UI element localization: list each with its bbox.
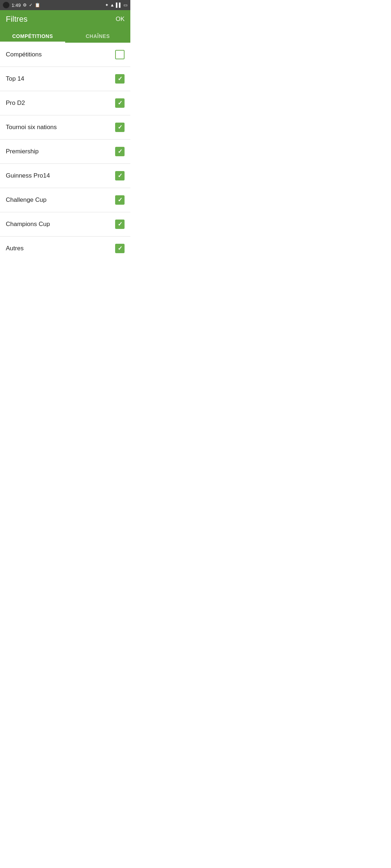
item-label-competitions-all: Compétitions [6, 51, 42, 58]
item-label-champions-cup: Champions Cup [6, 221, 50, 228]
checkmark-icon-premiership: ✓ [118, 149, 122, 154]
list-item-six-nations[interactable]: Tournoi six nations✓ [0, 115, 130, 140]
checkmark-icon-six-nations: ✓ [118, 124, 122, 130]
item-label-autres: Autres [6, 245, 24, 252]
checkbox-six-nations[interactable]: ✓ [115, 123, 125, 132]
checkbox-premiership[interactable]: ✓ [115, 147, 125, 156]
item-label-premiership: Premiership [6, 148, 39, 155]
page-title: Filtres [6, 14, 28, 24]
list-item-prod2[interactable]: Pro D2✓ [0, 91, 130, 115]
tab-chaines[interactable]: CHAÎNES [65, 28, 130, 43]
checkbox-champions-cup[interactable]: ✓ [115, 220, 125, 229]
status-wifi-icon: ▲ [110, 3, 114, 8]
status-left: 1:49 ⚙ ✓ 📋 [3, 2, 40, 8]
list-item-champions-cup[interactable]: Champions Cup✓ [0, 212, 130, 237]
status-signal-icon: ▌▌ [116, 3, 122, 8]
status-battery-icon: ▭ [123, 3, 127, 8]
tab-competitions[interactable]: COMPÉTITIONS [0, 28, 65, 43]
list-item-guinness-pro14[interactable]: Guinness Pro14✓ [0, 164, 130, 188]
checkbox-competitions-all[interactable] [115, 50, 125, 59]
checkbox-prod2[interactable]: ✓ [115, 98, 125, 108]
status-clipboard-icon: 📋 [35, 3, 40, 8]
item-label-prod2: Pro D2 [6, 99, 25, 107]
checkmark-icon-guinness-pro14: ✓ [118, 173, 122, 179]
status-time: 1:49 [12, 3, 21, 8]
checkbox-top14[interactable]: ✓ [115, 74, 125, 84]
status-location-icon: ✦ [105, 3, 109, 8]
checkmark-icon-challenge-cup: ✓ [118, 197, 122, 203]
checkmark-icon-autres: ✓ [118, 246, 122, 251]
list-item-autres[interactable]: Autres✓ [0, 237, 130, 260]
status-circle-icon [3, 2, 9, 8]
status-bar: 1:49 ⚙ ✓ 📋 ✦ ▲ ▌▌ ▭ [0, 0, 130, 10]
checkmark-icon-prod2: ✓ [118, 100, 122, 106]
item-label-guinness-pro14: Guinness Pro14 [6, 172, 50, 179]
filter-list: CompétitionsTop 14✓Pro D2✓Tournoi six na… [0, 43, 130, 260]
status-right: ✦ ▲ ▌▌ ▭ [105, 3, 127, 8]
checkbox-challenge-cup[interactable]: ✓ [115, 195, 125, 205]
checkmark-icon-champions-cup: ✓ [118, 221, 122, 227]
status-check-icon: ✓ [29, 3, 33, 8]
list-item-competitions-all[interactable]: Compétitions [0, 43, 130, 67]
tabs-bar: COMPÉTITIONS CHAÎNES [0, 28, 130, 43]
item-label-challenge-cup: Challenge Cup [6, 196, 46, 204]
ok-button[interactable]: OK [115, 16, 125, 23]
list-item-challenge-cup[interactable]: Challenge Cup✓ [0, 188, 130, 212]
checkbox-autres[interactable]: ✓ [115, 244, 125, 253]
checkmark-icon-top14: ✓ [118, 76, 122, 82]
item-label-top14: Top 14 [6, 75, 24, 82]
header: Filtres OK [0, 10, 130, 28]
item-label-six-nations: Tournoi six nations [6, 124, 57, 131]
list-item-top14[interactable]: Top 14✓ [0, 67, 130, 91]
status-settings-icon: ⚙ [23, 3, 27, 8]
list-item-premiership[interactable]: Premiership✓ [0, 140, 130, 164]
checkbox-guinness-pro14[interactable]: ✓ [115, 171, 125, 180]
